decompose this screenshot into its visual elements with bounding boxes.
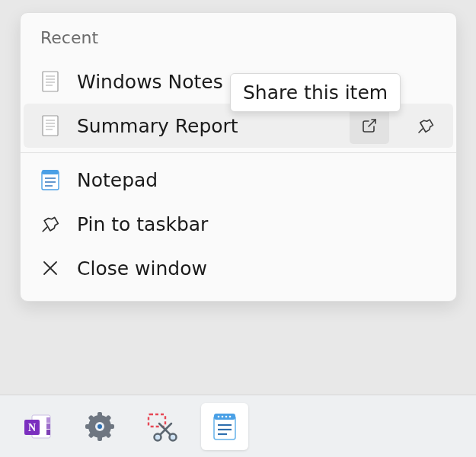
jumplist-menu: Recent Windows Notes Summary Report	[20, 12, 457, 302]
svg-rect-27	[97, 435, 102, 441]
svg-rect-26	[97, 412, 102, 418]
recent-header: Recent	[21, 21, 456, 59]
svg-rect-29	[108, 424, 114, 429]
svg-point-44	[222, 415, 224, 417]
svg-rect-5	[43, 116, 58, 136]
svg-text:N: N	[28, 422, 36, 433]
pin-button[interactable]	[406, 107, 446, 144]
taskbar-app-snipping-tool[interactable]	[139, 403, 186, 450]
pin-to-taskbar-item[interactable]: Pin to taskbar	[21, 202, 456, 246]
pin-to-taskbar-label: Pin to taskbar	[77, 213, 446, 235]
svg-rect-21	[46, 423, 50, 429]
close-window-label: Close window	[77, 257, 446, 280]
svg-line-16	[43, 227, 46, 231]
svg-rect-20	[46, 417, 50, 423]
svg-point-35	[97, 424, 102, 429]
pin-icon	[40, 213, 60, 235]
svg-rect-0	[43, 72, 58, 91]
app-label: Notepad	[77, 169, 446, 191]
close-window-item[interactable]: Close window	[21, 246, 456, 290]
app-item[interactable]: Notepad	[21, 158, 456, 202]
taskbar: N	[0, 395, 476, 457]
document-icon	[40, 70, 60, 93]
svg-point-45	[225, 415, 228, 417]
menu-divider	[21, 152, 456, 153]
svg-point-46	[229, 415, 232, 417]
svg-rect-12	[42, 170, 59, 174]
svg-point-39	[155, 433, 161, 440]
taskbar-app-onenote[interactable]: N	[14, 403, 61, 450]
document-icon	[40, 114, 60, 137]
tooltip: Share this item	[230, 73, 401, 112]
close-icon	[40, 257, 60, 280]
taskbar-app-settings[interactable]	[76, 403, 123, 450]
taskbar-app-notepad[interactable]	[201, 403, 248, 450]
svg-line-10	[419, 129, 423, 133]
notepad-icon	[40, 168, 60, 191]
svg-rect-42	[214, 414, 235, 420]
svg-point-43	[218, 415, 220, 417]
svg-point-40	[170, 433, 177, 440]
svg-rect-36	[149, 414, 165, 427]
recent-item-label: Summary Report	[77, 115, 333, 137]
svg-rect-22	[46, 430, 50, 435]
svg-rect-28	[85, 424, 91, 429]
share-button[interactable]	[350, 107, 389, 144]
